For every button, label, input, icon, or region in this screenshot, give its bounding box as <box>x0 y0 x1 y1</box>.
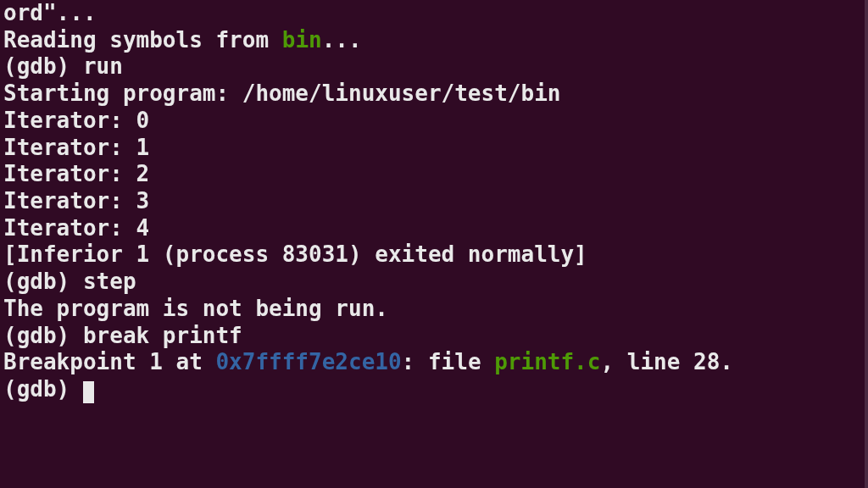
program-output: Iterator: 4 <box>3 215 865 242</box>
output-text: Reading symbols from <box>3 27 282 53</box>
program-output: Iterator: 0 <box>3 108 865 135</box>
terminal-output[interactable]: ord"... Reading symbols from bin... (gdb… <box>3 0 865 403</box>
output-text: : file <box>402 349 495 374</box>
gdb-prompt: (gdb) <box>3 376 83 402</box>
output-line: Starting program: /home/linuxuser/test/b… <box>3 80 865 108</box>
gdb-prompt-line[interactable]: (gdb) <box>3 376 865 403</box>
exit-status-line: [Inferior 1 (process 83031) exited norma… <box>3 241 865 269</box>
cursor-icon <box>83 381 94 403</box>
breakpoint-line: Breakpoint 1 at 0x7ffff7e2ce10: file pri… <box>3 349 865 376</box>
gdb-command-line: (gdb) run <box>3 53 865 80</box>
output-line: The program is not being run. <box>3 296 865 323</box>
gdb-command-line: (gdb) break printf <box>3 323 865 350</box>
program-output: Iterator: 3 <box>3 188 865 215</box>
memory-address: 0x7ffff7e2ce10 <box>215 349 401 374</box>
symbol-file-name: bin <box>282 27 322 53</box>
output-text: ... <box>322 27 362 53</box>
scrollbar[interactable] <box>865 0 868 488</box>
program-output: Iterator: 1 <box>3 135 865 162</box>
output-text: Breakpoint 1 at <box>3 349 215 374</box>
output-text: , line 28. <box>600 349 733 374</box>
source-file-name: printf.c <box>494 349 600 374</box>
program-output: Iterator: 2 <box>3 161 865 188</box>
gdb-command-line: (gdb) step <box>3 269 865 296</box>
output-line: ord"... <box>3 0 865 27</box>
output-line: Reading symbols from bin... <box>3 27 865 54</box>
